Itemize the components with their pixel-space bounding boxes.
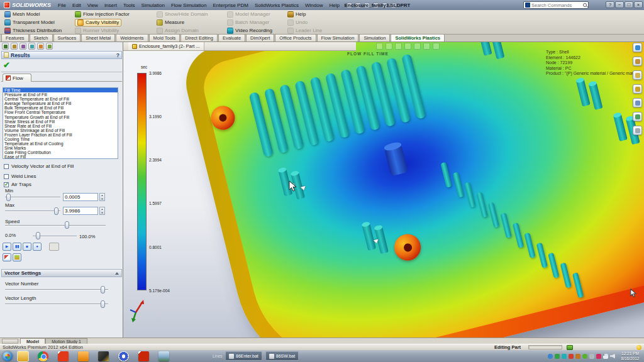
result-item[interactable]: Volume Shrinkage at End of Fill	[3, 128, 118, 133]
result-item-selected[interactable]: Fill Time	[3, 88, 118, 92]
weld-lines-checkbox[interactable]	[4, 174, 9, 179]
tray-network-blue-icon[interactable]	[548, 354, 553, 359]
result-item[interactable]: Central Temperature at End of Fill	[3, 97, 118, 101]
solidworks-app-icon-2[interactable]	[138, 351, 149, 361]
video-recording-button[interactable]: Video Recording	[225, 27, 286, 35]
zoom-area-icon[interactable]	[386, 43, 392, 50]
tab-direct-editing[interactable]: Direct Editing	[180, 34, 218, 41]
explorer-icon[interactable]	[18, 351, 28, 361]
air-traps-checkbox[interactable]	[4, 182, 9, 187]
menu-file[interactable]: File	[55, 2, 69, 9]
dimxpert-manager-icon[interactable]	[28, 43, 35, 50]
taskbar-window-86enter[interactable]: 86Enter.bat	[225, 351, 262, 361]
min-spinner[interactable]: ▴▾	[99, 193, 105, 201]
view-palette-icon[interactable]	[633, 98, 642, 107]
result-item[interactable]: Average Temperature at End of Fill	[3, 101, 118, 106]
help-button[interactable]: ?	[606, 1, 614, 8]
previous-view-icon[interactable]	[395, 43, 402, 50]
menu-edit[interactable]: Edit	[69, 2, 84, 9]
design-library-icon[interactable]	[633, 57, 642, 66]
tab-mold-tools[interactable]: Mold Tools	[149, 34, 180, 41]
search-commands-box[interactable]	[523, 1, 589, 9]
tray-red-icon[interactable]	[569, 354, 574, 359]
result-item[interactable]: Shear Stress at End of Fill	[3, 119, 118, 124]
appearance-icon[interactable]	[433, 43, 440, 50]
tab-scroll-buttons[interactable]	[2, 339, 18, 344]
restore-button[interactable]: □	[625, 1, 633, 8]
ok-check-button[interactable]: ✔	[3, 60, 10, 70]
vector-length-handle[interactable]	[101, 300, 105, 308]
edrawings-icon[interactable]	[118, 351, 129, 361]
thickness-distribution-button[interactable]: Thickness Distribution	[3, 27, 73, 35]
max-slider-handle[interactable]	[54, 207, 58, 215]
menu-solidworks-plastics[interactable]: SolidWorks Plastics	[252, 2, 302, 9]
leader-line-button[interactable]: Leader Line	[286, 27, 331, 35]
stop-button[interactable]: ■	[23, 243, 31, 251]
graphics-viewport[interactable]: Enclosure_family3 (2- Part ... FLOW FILL…	[123, 42, 644, 337]
speed-slider-handle[interactable]	[65, 221, 69, 229]
image-viewer-icon[interactable]	[158, 351, 169, 361]
flow-tab[interactable]: Flow	[3, 74, 31, 82]
result-item[interactable]: Temperature at End of Cooling	[3, 141, 118, 146]
result-item[interactable]: Temperature Growth at End of Fill	[3, 115, 118, 119]
zoom-fit-icon[interactable]	[376, 43, 383, 50]
transparent-model-button[interactable]: Transparent Model	[3, 19, 73, 26]
result-item[interactable]: Pressure at End of Fill	[3, 92, 118, 97]
help-toolbar-button[interactable]: Help	[286, 11, 331, 18]
tray-green-icon[interactable]	[555, 354, 560, 359]
max-spinner[interactable]: ▴▾	[99, 207, 105, 215]
air-traps-checkbox-row[interactable]: Air Traps	[4, 182, 31, 187]
tray-gray-icon[interactable]	[589, 354, 594, 359]
panel-help-icon[interactable]: ?	[116, 52, 119, 58]
progress-slider-handle[interactable]	[36, 232, 40, 239]
result-item[interactable]: Bulk Temperature at End of Fill	[3, 106, 118, 110]
tray-network-bars-icon[interactable]	[603, 354, 608, 359]
show-hide-domain-button[interactable]: Show/Hide Domain	[155, 11, 225, 18]
display-style-icon[interactable]	[423, 43, 430, 50]
vector-settings-header[interactable]: Vector Settings	[1, 269, 122, 277]
close-button[interactable]: ×	[634, 1, 643, 8]
velocity-vector-checkbox-row[interactable]: Velocity Vector at End of Fill	[4, 163, 74, 169]
max-value-input[interactable]	[63, 207, 98, 215]
tab-weldments[interactable]: Weldments	[116, 34, 148, 41]
tab-sheet-metal[interactable]: Sheet Metal	[81, 34, 115, 41]
measure-button[interactable]: Measure	[155, 19, 225, 26]
custom-properties-icon[interactable]	[633, 126, 642, 135]
display-manager-icon[interactable]	[37, 43, 44, 50]
tab-solidworks-plastics[interactable]: SolidWorks Plastics	[391, 34, 445, 41]
configuration-icon[interactable]	[19, 43, 26, 50]
vector-number-track[interactable]	[5, 289, 108, 290]
taskbar-clock[interactable]: 12:21 PM 8/16/2012	[617, 351, 643, 361]
property-manager-icon[interactable]	[11, 43, 18, 50]
weld-lines-checkbox-row[interactable]: Weld Lines	[4, 173, 36, 179]
plastics-manager-icon[interactable]	[46, 43, 53, 50]
menu-flow-simulation[interactable]: Flow Simulation	[168, 2, 209, 9]
speed-slider-track[interactable]	[5, 225, 106, 226]
tray-flag-icon[interactable]	[596, 354, 601, 359]
undo-button[interactable]: Undo	[286, 19, 331, 26]
menu-tools[interactable]: Tools	[120, 2, 138, 9]
minimize-button[interactable]: −	[615, 1, 624, 8]
file-explorer-icon[interactable]	[633, 70, 642, 80]
document-tab[interactable]: Enclosure_family3 (2- Part ...	[128, 42, 204, 50]
menu-insert[interactable]: Insert	[101, 2, 120, 9]
tab-simulation[interactable]: Simulation	[359, 34, 390, 41]
model-manager-button[interactable]: Model Manager	[225, 11, 286, 18]
velocity-vector-checkbox[interactable]	[4, 164, 9, 169]
tab-dimxpert[interactable]: DimXpert	[246, 34, 274, 41]
flow-injection-factor-button[interactable]: Flow Injection Factor	[73, 11, 155, 18]
result-item[interactable]: Frozen Layer Fraction at End of Fill	[3, 133, 118, 137]
solidworks-app-icon[interactable]	[58, 351, 69, 361]
min-slider-track[interactable]	[5, 197, 60, 198]
tab-sketch[interactable]: Sketch	[30, 34, 53, 41]
max-slider-track[interactable]	[5, 211, 60, 212]
result-item[interactable]: Gate Filling Contribution	[3, 150, 118, 155]
view-orientation-icon[interactable]	[414, 43, 421, 50]
model-tab[interactable]: Model	[20, 338, 45, 344]
search-input[interactable]	[531, 3, 582, 8]
tab-flow-simulation[interactable]: Flow Simulation	[317, 34, 359, 41]
runner-visibility-button[interactable]: Runner Visibility	[73, 27, 155, 35]
min-value-input[interactable]	[63, 193, 98, 201]
results-list[interactable]: Fill Time Pressure at End of Fill Centra…	[3, 87, 118, 159]
outlook-icon[interactable]	[78, 351, 89, 361]
